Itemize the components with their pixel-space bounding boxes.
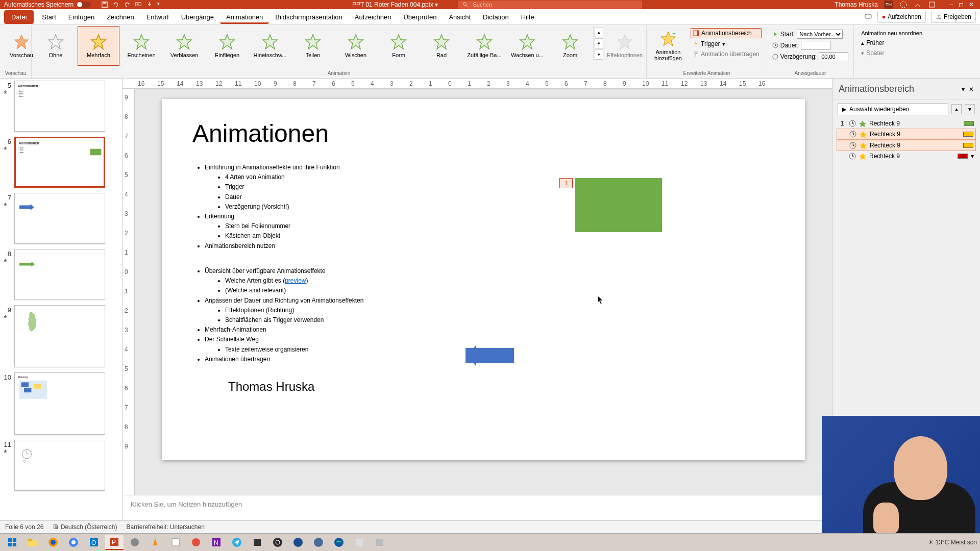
slide-bullets[interactable]: Einführung in Animationseffekte und ihre… bbox=[192, 163, 774, 364]
menu-ansicht[interactable]: Ansicht bbox=[443, 10, 477, 24]
thumbnail-6[interactable]: Animationen• Item• Item• Item bbox=[14, 137, 105, 188]
delay-input[interactable] bbox=[819, 52, 848, 61]
gallery-down-icon[interactable]: ▾ bbox=[595, 38, 603, 48]
close-button[interactable]: ✕ bbox=[967, 1, 976, 8]
app-icon-4[interactable] bbox=[248, 535, 266, 550]
slide-canvas[interactable]: Animationen Einführung in Animationseffe… bbox=[135, 89, 832, 495]
anim-down-button[interactable]: ▾ bbox=[965, 104, 975, 114]
start-select[interactable]: Nach Vorher... bbox=[797, 30, 843, 39]
anim-list-item[interactable]: Rechteck 9▾ bbox=[837, 151, 976, 161]
anim-list-item[interactable]: 1Rechteck 9 bbox=[837, 118, 976, 129]
weather-widget[interactable]: ☀ 13°C Meist son bbox=[928, 539, 977, 546]
powerpoint-icon[interactable]: P bbox=[105, 535, 124, 550]
anim-ohne[interactable]: Ohne bbox=[35, 26, 77, 66]
anim-zoom[interactable]: Zoom bbox=[549, 26, 591, 66]
vlc-icon[interactable] bbox=[146, 535, 164, 550]
minimize-button[interactable]: ─ bbox=[946, 1, 955, 8]
app-icon-3[interactable] bbox=[187, 535, 205, 550]
slide-title[interactable]: Animationen bbox=[192, 119, 774, 147]
earlier-button[interactable]: ▴ Früher bbox=[859, 38, 924, 47]
app-icon-7[interactable] bbox=[350, 535, 369, 550]
autosave-toggle[interactable]: Automatisches Speichern bbox=[4, 1, 91, 8]
search-input[interactable] bbox=[473, 2, 638, 8]
thumbnail-9[interactable] bbox=[14, 305, 105, 367]
menu-überprüfen[interactable]: Überprüfen bbox=[397, 10, 443, 24]
thumbnail-panel[interactable]: 5★Animationen• Item• Item• Item6★Animati… bbox=[0, 79, 122, 520]
anim-wachsenu[interactable]: Wachsen u... bbox=[506, 26, 548, 66]
menu-file[interactable]: Datei bbox=[4, 10, 34, 24]
anim-verblassen[interactable]: Verblassen bbox=[163, 26, 205, 66]
outlook-icon[interactable]: O bbox=[85, 535, 103, 550]
explorer-icon[interactable] bbox=[23, 535, 42, 550]
slide[interactable]: Animationen Einführung in Animationseffe… bbox=[162, 99, 805, 460]
record-button[interactable]: ●Aufzeichnen bbox=[877, 11, 926, 23]
anim-rad[interactable]: Rad bbox=[421, 26, 462, 66]
filename[interactable]: PPT 01 Roter Faden 004.pptx ▾ bbox=[352, 1, 438, 8]
menu-dictation[interactable]: Dictation bbox=[477, 10, 515, 24]
menu-start[interactable]: Start bbox=[36, 10, 62, 24]
gallery-more-icon[interactable]: ▾ bbox=[595, 49, 603, 60]
menu-aufzeichnen[interactable]: Aufzeichnen bbox=[349, 10, 398, 24]
anim-zuflligeba[interactable]: Zufällige Ba... bbox=[463, 26, 505, 66]
green-rectangle[interactable] bbox=[575, 178, 662, 232]
menu-entwurf[interactable]: Entwurf bbox=[140, 10, 175, 24]
app-icon-1[interactable] bbox=[126, 535, 144, 550]
anim-pane-close-icon[interactable]: ✕ bbox=[969, 86, 974, 93]
anim-pane-button[interactable]: Animationsbereich bbox=[691, 28, 762, 38]
user-avatar[interactable]: TH bbox=[884, 1, 893, 9]
slide-author[interactable]: Thomas Hruska bbox=[192, 380, 774, 394]
draw-icon[interactable] bbox=[914, 1, 922, 9]
chrome-icon[interactable] bbox=[64, 535, 83, 550]
anim-hineinschw[interactable]: Hineinschw... bbox=[249, 26, 291, 66]
app-icon-6[interactable] bbox=[309, 535, 328, 550]
anim-list-item[interactable]: Rechteck 9 bbox=[837, 140, 976, 151]
sync-icon[interactable] bbox=[899, 1, 908, 9]
edge-icon[interactable] bbox=[330, 535, 348, 550]
notes-pane[interactable]: Klicken Sie, um Notizen hinzuzufügen bbox=[122, 495, 832, 520]
search-box[interactable] bbox=[458, 1, 642, 9]
anim-wischen[interactable]: Wischen bbox=[335, 26, 377, 66]
obs-icon[interactable] bbox=[268, 535, 287, 550]
touch-icon[interactable] bbox=[146, 1, 153, 8]
thumbnail-11[interactable]: ♡ bbox=[14, 440, 105, 491]
share-button[interactable]: Freigeben bbox=[931, 11, 976, 23]
user-name[interactable]: Thomas Hruska bbox=[835, 1, 878, 8]
onenote-icon[interactable]: N bbox=[207, 535, 226, 550]
present-icon[interactable] bbox=[135, 1, 142, 8]
animation-tag[interactable]: 1 bbox=[559, 178, 573, 188]
app-icon-5[interactable] bbox=[289, 535, 307, 550]
menu-bildschirmpräsentation[interactable]: Bildschirmpräsentation bbox=[269, 10, 349, 24]
undo-icon[interactable] bbox=[112, 1, 119, 8]
gallery-up-icon[interactable]: ▴ bbox=[595, 27, 603, 37]
thumbnail-7[interactable] bbox=[14, 193, 105, 244]
anim-einfliegen[interactable]: Einfliegen bbox=[206, 26, 248, 66]
thumbnail-8[interactable] bbox=[14, 249, 105, 300]
slide-counter[interactable]: Folie 6 von 26 bbox=[5, 523, 43, 531]
add-animation-button[interactable]: + Animation hinzufügen bbox=[650, 26, 687, 66]
start-button[interactable] bbox=[3, 535, 21, 550]
window-icon[interactable] bbox=[928, 1, 936, 9]
menu-animationen[interactable]: Animationen bbox=[220, 10, 269, 24]
save-icon[interactable] bbox=[101, 1, 108, 8]
play-selection-button[interactable]: ▶ Auswahl wiedergeben bbox=[838, 103, 948, 115]
app-icon-8[interactable] bbox=[371, 535, 389, 550]
anim-form[interactable]: Form bbox=[378, 26, 420, 66]
maximize-button[interactable]: ◻ bbox=[957, 1, 966, 8]
comments-icon[interactable] bbox=[864, 13, 872, 21]
anim-up-button[interactable]: ▴ bbox=[951, 104, 962, 114]
blue-arrow[interactable] bbox=[465, 348, 514, 363]
anim-pane-dropdown-icon[interactable]: ▾ bbox=[962, 86, 965, 93]
language-status[interactable]: 🖺 Deutsch (Österreich) bbox=[53, 523, 117, 531]
redo-icon[interactable] bbox=[124, 1, 131, 8]
anim-erscheinen[interactable]: Erscheinen bbox=[120, 26, 162, 66]
anim-teilen[interactable]: Teilen bbox=[292, 26, 334, 66]
accessibility-status[interactable]: Barrierefreiheit: Untersuchen bbox=[126, 523, 204, 531]
menu-hilfe[interactable]: Hilfe bbox=[515, 10, 541, 24]
gallery-scroll[interactable]: ▴ ▾ ▾ bbox=[593, 26, 604, 61]
menu-übergänge[interactable]: Übergänge bbox=[175, 10, 220, 24]
duration-input[interactable] bbox=[801, 41, 830, 50]
app-icon-2[interactable] bbox=[166, 535, 185, 550]
telegram-icon[interactable] bbox=[228, 535, 246, 550]
thumbnail-5[interactable]: Animationen• Item• Item• Item bbox=[14, 81, 105, 132]
anim-list-item[interactable]: Rechteck 9 bbox=[837, 129, 976, 140]
